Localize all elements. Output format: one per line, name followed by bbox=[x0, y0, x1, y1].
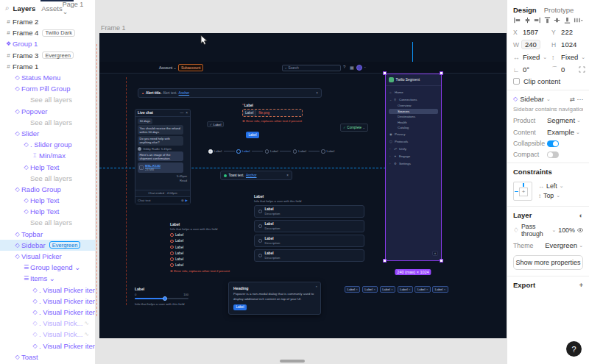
y-position[interactable]: Y222 bbox=[551, 27, 585, 37]
layer-row[interactable]: ◇ . Visual Picker item bbox=[0, 307, 95, 318]
selection-handle[interactable] bbox=[383, 71, 387, 75]
layer-row[interactable]: # Frame 3 Evergreen bbox=[0, 50, 95, 61]
checkbox[interactable] bbox=[513, 78, 520, 85]
selection-handle[interactable] bbox=[383, 259, 387, 263]
form-pill[interactable]: Label × bbox=[432, 286, 448, 293]
progress-step[interactable]: ✓ Label bbox=[222, 149, 250, 154]
layer-row[interactable]: ◇ Help Text bbox=[0, 195, 95, 206]
form-pill[interactable]: Label × bbox=[415, 286, 430, 293]
progress-step[interactable]: ✓ Label bbox=[306, 149, 334, 154]
layer-row[interactable]: ◇ . Slider group bbox=[0, 139, 95, 150]
align-h-center-icon[interactable] bbox=[523, 16, 532, 24]
component-prop-row[interactable]: Content Example ⌄ bbox=[513, 128, 583, 136]
chat-log-component[interactable]: Live chat — × 10 daysYou should receive … bbox=[135, 109, 191, 204]
radio-circle[interactable] bbox=[170, 263, 174, 267]
form-pill[interactable]: Label × bbox=[362, 286, 378, 293]
toast-anchor[interactable]: Anchor bbox=[246, 174, 257, 177]
input-value[interactable]: file.png bbox=[256, 111, 272, 115]
close-icon[interactable]: × bbox=[315, 285, 317, 288]
alert-banner[interactable]: ▲ Alert title. Alert text. Anchor × bbox=[138, 88, 322, 98]
layer-row[interactable]: See all layers bbox=[0, 173, 95, 184]
eye-icon[interactable] bbox=[577, 227, 583, 233]
independent-corners-icon[interactable] bbox=[579, 66, 585, 73]
tab-layers[interactable]: Layers bbox=[13, 4, 36, 13]
layer-row[interactable]: ◇ Help Text bbox=[0, 206, 95, 217]
radio-option[interactable]: Label bbox=[170, 257, 258, 261]
download-icon[interactable]: ↓ bbox=[139, 165, 144, 170]
toast-component[interactable]: Toast text. Anchor × bbox=[220, 171, 292, 180]
layer-row[interactable]: See all layers bbox=[0, 94, 95, 105]
sidebar-nav-item[interactable]: Overview bbox=[386, 103, 441, 109]
visual-picker-item[interactable]: Label Description bbox=[254, 220, 364, 232]
remove-icon[interactable]: × bbox=[426, 288, 428, 291]
align-v-center-icon[interactable] bbox=[553, 16, 561, 24]
width-field[interactable]: W240 bbox=[513, 40, 547, 49]
help-icon[interactable]: ? bbox=[343, 65, 345, 69]
sidebar-nav-item[interactable]: Destinations bbox=[386, 114, 441, 120]
close-icon[interactable]: × bbox=[186, 111, 188, 115]
component-row[interactable]: ◇ Sidebar ⌄ ⇄ ⋯ bbox=[513, 95, 583, 103]
sidebar-nav-item[interactable]: Sources bbox=[389, 109, 438, 115]
sidebar-nav-item[interactable]: Health bbox=[386, 120, 441, 126]
apps-grid-icon[interactable]: ▦ bbox=[350, 65, 354, 70]
clip-content-row[interactable]: Clip content bbox=[513, 77, 583, 85]
account-menu[interactable]: Account ⌄ bbox=[159, 65, 177, 70]
tab-prototype[interactable]: Prototype bbox=[544, 6, 574, 14]
layer-row[interactable]: ◇ . Visual Pick... ∿ bbox=[0, 329, 95, 340]
layer-row[interactable]: ◇ Toast bbox=[0, 351, 95, 363]
horizontal-scrollbar[interactable] bbox=[280, 360, 305, 363]
blend-mode-icon[interactable]: ◐ bbox=[579, 212, 583, 219]
popover-component[interactable]: × Heading Popover is a non-modal dialog … bbox=[228, 282, 321, 315]
sidebar-nav-item[interactable]: ◉ Privacy bbox=[386, 131, 441, 138]
radio-option[interactable]: Label bbox=[170, 251, 258, 255]
topbar-search-input[interactable]: ⌕Search bbox=[282, 65, 341, 71]
avatar[interactable] bbox=[356, 65, 362, 71]
checked-pill-button[interactable]: ✓ Label bbox=[207, 121, 224, 127]
alert-anchor[interactable]: Anchor bbox=[179, 91, 190, 95]
horizontal-constraint[interactable]: ↔Left⌄ bbox=[538, 182, 564, 190]
blend-mode-row[interactable]: ♢ Pass through ⌄ 100% bbox=[513, 223, 583, 238]
radio-circle[interactable] bbox=[170, 251, 174, 255]
complete-button[interactable]: ✓ Complete ⌄ bbox=[340, 124, 368, 132]
layer-row[interactable]: ◇ . Visual Picker item bbox=[0, 340, 95, 351]
layer-row[interactable]: # Frame 1 bbox=[0, 61, 95, 72]
more-options-icon[interactable]: ⋯ bbox=[577, 96, 584, 103]
chevron-down-icon[interactable]: ⌄ bbox=[364, 65, 366, 68]
radio-circle[interactable] bbox=[258, 210, 262, 213]
layer-row[interactable]: ◇ . Visual Pick... ∿ bbox=[0, 318, 95, 329]
sidebar-nav-item[interactable]: › ☍ Unify bbox=[386, 146, 441, 153]
remove-icon[interactable]: × bbox=[391, 288, 392, 291]
radio-circle[interactable] bbox=[258, 254, 262, 257]
layer-row[interactable]: ◇ Status Menu bbox=[0, 72, 95, 83]
remove-icon[interactable]: × bbox=[409, 288, 410, 291]
radio-circle[interactable] bbox=[258, 224, 262, 228]
layer-row[interactable]: ◇ Radio Group bbox=[0, 184, 95, 195]
layer-row[interactable]: ◇ Slider bbox=[0, 128, 95, 139]
tab-assets[interactable]: Assets bbox=[41, 4, 63, 13]
topbar-component[interactable]: Account ⌄ Subaccount ⌕Search ? ▦ ⌄ bbox=[99, 62, 507, 74]
radio-option[interactable]: Label bbox=[170, 233, 258, 237]
radio-circle[interactable] bbox=[258, 239, 262, 243]
send-icon[interactable]: ▶ bbox=[186, 199, 188, 202]
visual-picker-item[interactable]: Label Description bbox=[254, 205, 364, 218]
attach-icon[interactable]: ⊕ bbox=[181, 199, 184, 202]
search-icon[interactable]: ⌕ bbox=[5, 4, 10, 13]
form-pill[interactable]: Label × bbox=[345, 286, 360, 293]
sidebar-nav-item[interactable]: › ✦ Engage bbox=[386, 153, 441, 160]
remove-icon[interactable]: × bbox=[373, 288, 375, 291]
primary-button[interactable]: Label bbox=[246, 132, 259, 138]
align-bottom-icon[interactable] bbox=[563, 16, 571, 24]
radio-option[interactable]: Label bbox=[170, 246, 258, 249]
layer-row[interactable]: ◇ Topbar bbox=[0, 229, 95, 240]
design-frame[interactable]: Account ⌄ Subaccount ⌕Search ? ▦ ⌄ ▲ Ale… bbox=[99, 33, 507, 338]
component-toggle-row[interactable]: Collapsible bbox=[513, 140, 583, 147]
canvas[interactable]: Frame 1 Account ⌄ Subaccount ⌕Search ? ▦… bbox=[96, 0, 507, 364]
constraints-widget[interactable]: + bbox=[513, 182, 532, 201]
selection-handle[interactable] bbox=[440, 71, 443, 75]
layer-row[interactable]: ☰ Items ⌄ bbox=[0, 273, 95, 284]
layer-row[interactable]: ⌶ Min/max bbox=[0, 150, 95, 161]
page-selector[interactable]: Page 1 ⌄ bbox=[63, 1, 90, 15]
layer-row[interactable]: # Frame 2 bbox=[0, 16, 95, 27]
opacity-value[interactable]: 100% bbox=[558, 226, 575, 234]
layer-row[interactable]: See all layers bbox=[0, 217, 95, 228]
